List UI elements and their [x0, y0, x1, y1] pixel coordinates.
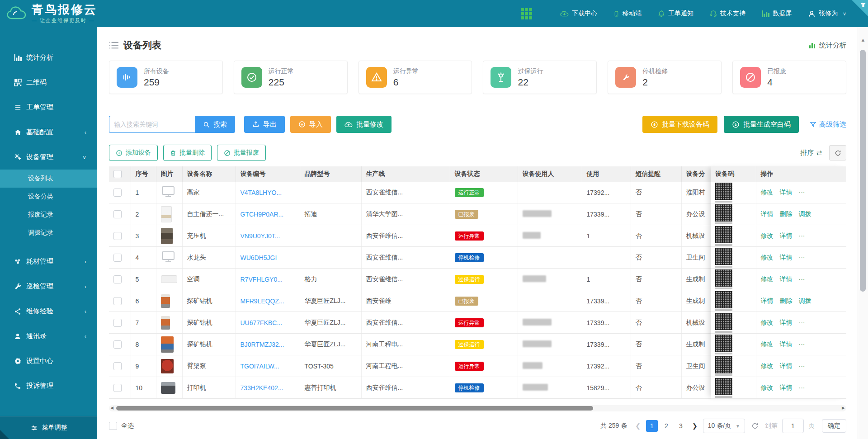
- device-qrcode-image[interactable]: [715, 269, 732, 289]
- row-checkbox[interactable]: [113, 340, 122, 349]
- page-number-1[interactable]: 1: [646, 420, 658, 432]
- device-code-link[interactable]: UU677FKBC...: [241, 319, 283, 326]
- nav-item-工单通知[interactable]: 工单通知: [658, 9, 693, 18]
- more-actions-link[interactable]: ···: [799, 319, 805, 326]
- batch-scrap-button[interactable]: 批量报废: [217, 145, 266, 161]
- op-link-修改[interactable]: 修改: [761, 340, 774, 348]
- more-actions-link[interactable]: ···: [799, 362, 805, 369]
- device-qrcode-image[interactable]: [715, 291, 732, 311]
- more-actions-link[interactable]: ···: [799, 189, 805, 196]
- apps-grid-icon[interactable]: [521, 8, 532, 19]
- op-link-修改[interactable]: 修改: [761, 319, 774, 326]
- op-link-详情[interactable]: 详情: [780, 254, 793, 261]
- more-actions-link[interactable]: ···: [799, 232, 805, 239]
- op-link-详情[interactable]: 详情: [780, 384, 793, 391]
- sidebar-item-基础配置[interactable]: 基础配置‹: [0, 120, 97, 145]
- batch-edit-button[interactable]: 批量修改: [336, 116, 392, 133]
- column-header-设备码[interactable]: 设备码: [711, 166, 756, 182]
- device-code-link[interactable]: BJ0RTMZJ32...: [241, 341, 284, 348]
- nav-item-下载中心[interactable]: 下载中心: [560, 9, 597, 18]
- nav-item-移动端[interactable]: 移动端: [613, 9, 642, 18]
- row-checkbox[interactable]: [113, 297, 122, 305]
- op-link-详情[interactable]: 详情: [780, 232, 793, 239]
- column-header-序号[interactable]: 序号: [131, 166, 156, 182]
- op-link-修改[interactable]: 修改: [761, 189, 774, 196]
- refresh-pagination-button[interactable]: [751, 422, 759, 430]
- vertical-scroll-thumb[interactable]: [860, 50, 866, 292]
- sidebar-subitem-设备列表[interactable]: 设备列表: [0, 170, 97, 188]
- op-link-详情[interactable]: 详情: [761, 210, 774, 217]
- device-code-link[interactable]: V4TA8LHYO...: [241, 189, 282, 196]
- page-number-2[interactable]: 2: [660, 420, 672, 432]
- device-code-link[interactable]: VN9U0YJ0T...: [241, 232, 280, 240]
- sidebar-subitem-设备分类[interactable]: 设备分类: [0, 188, 97, 206]
- refresh-table-button[interactable]: [829, 145, 846, 160]
- add-device-button[interactable]: 添加设备: [109, 145, 158, 161]
- op-link-详情[interactable]: 详情: [780, 340, 793, 348]
- sort-control[interactable]: 排序 ⇄: [800, 149, 822, 157]
- sidebar-item-工单管理[interactable]: 工单管理: [0, 95, 97, 120]
- device-qrcode-image[interactable]: [715, 226, 732, 246]
- device-qrcode-image[interactable]: [715, 204, 732, 224]
- nav-item-技术支持[interactable]: 技术支持: [710, 9, 745, 18]
- advanced-filter-link[interactable]: 高级筛选: [810, 120, 846, 129]
- sidebar-item-二维码[interactable]: 二维码: [0, 70, 97, 95]
- column-header-设备编号[interactable]: 设备编号: [236, 166, 300, 182]
- op-link-详情[interactable]: 详情: [780, 319, 793, 326]
- confirm-page-button[interactable]: 确定: [822, 419, 846, 433]
- row-checkbox[interactable]: [113, 254, 122, 262]
- row-checkbox[interactable]: [113, 362, 122, 370]
- import-button[interactable]: 导入: [290, 116, 331, 133]
- device-qrcode-image[interactable]: [715, 378, 732, 398]
- column-header-设备分[interactable]: 设备分: [681, 166, 711, 182]
- op-link-修改[interactable]: 修改: [761, 275, 774, 283]
- row-checkbox[interactable]: [113, 232, 122, 240]
- column-header-图片[interactable]: 图片: [156, 166, 182, 182]
- column-header-设备使用人[interactable]: 设备使用人: [518, 166, 582, 182]
- device-code-link[interactable]: GTCH9P0AR...: [241, 211, 284, 218]
- horizontal-scrollbar[interactable]: ◀ ▶: [109, 405, 846, 411]
- row-checkbox[interactable]: [113, 275, 122, 283]
- row-checkbox[interactable]: [113, 319, 122, 327]
- row-checkbox[interactable]: [113, 384, 122, 392]
- op-link-详情[interactable]: 详情: [780, 275, 793, 283]
- op-link-修改[interactable]: 修改: [761, 232, 774, 239]
- op-link-详情[interactable]: 详情: [780, 362, 793, 369]
- column-header-设备名称[interactable]: 设备名称: [182, 166, 236, 182]
- sidebar-subitem-调拨记录[interactable]: 调拨记录: [0, 224, 97, 242]
- column-header-使用[interactable]: 使用: [582, 166, 631, 182]
- sidebar-item-巡检管理[interactable]: 巡检管理‹: [0, 274, 97, 299]
- vertical-scrollbar[interactable]: ▲: [858, 27, 868, 439]
- op-link-详情[interactable]: 详情: [761, 297, 774, 304]
- more-actions-link[interactable]: ···: [799, 254, 805, 261]
- prev-page-arrow-icon[interactable]: ❮: [634, 422, 642, 430]
- scroll-right-arrow-icon[interactable]: ▶: [842, 406, 845, 410]
- menu-adjust-button[interactable]: 菜单调整: [0, 416, 97, 439]
- goto-page-input[interactable]: [782, 419, 804, 433]
- row-checkbox[interactable]: [113, 189, 122, 197]
- search-button[interactable]: 搜索: [195, 116, 235, 133]
- column-header-品牌型号[interactable]: 品牌型号: [300, 166, 361, 182]
- more-actions-link[interactable]: ···: [799, 384, 805, 391]
- scroll-up-arrow-icon[interactable]: ▲: [858, 37, 868, 42]
- sidebar-item-维修经验[interactable]: 维修经验‹: [0, 299, 97, 324]
- column-header-操作[interactable]: 操作: [756, 166, 846, 182]
- column-header-生产线[interactable]: 生产线: [361, 166, 450, 182]
- op-link-修改[interactable]: 修改: [761, 362, 774, 369]
- device-code-link[interactable]: WU6DH5JGI: [241, 254, 277, 261]
- op-link-修改[interactable]: 修改: [761, 254, 774, 261]
- sidebar-item-设置中心[interactable]: 设置中心: [0, 349, 97, 373]
- batch-download-codes-button[interactable]: 批量下载设备码: [642, 116, 717, 133]
- horizontal-scroll-thumb[interactable]: [116, 406, 593, 411]
- export-button[interactable]: 导出: [244, 116, 285, 133]
- device-qrcode-image[interactable]: [715, 356, 732, 376]
- device-code-link[interactable]: R7VFHLGY0...: [241, 276, 283, 283]
- statistics-link[interactable]: 统计分析: [809, 41, 846, 50]
- next-page-arrow-icon[interactable]: ❯: [691, 422, 698, 430]
- page-size-select[interactable]: 10 条/页 ▼: [703, 419, 745, 433]
- device-qrcode-image[interactable]: [715, 248, 732, 268]
- batch-delete-button[interactable]: 批量删除: [163, 145, 212, 161]
- user-menu[interactable]: 张修为 ∨: [808, 9, 846, 18]
- device-code-link[interactable]: MFR9LEQQZ...: [241, 297, 284, 305]
- op-link-调拨[interactable]: 调拨: [799, 210, 811, 217]
